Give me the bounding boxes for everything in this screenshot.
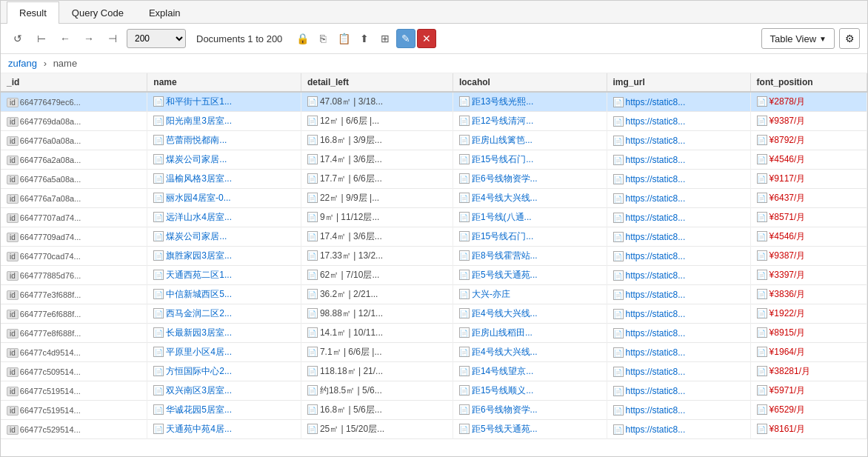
table-row[interactable]: id66477c4d9514...📄平原里小区4居...📄7.1㎡ | 6/6层… [1,343,867,362]
col-font-position[interactable]: font_position [750,73,867,92]
cell-detail: 📄17.4㎡ | 3/6层... [301,227,453,247]
table-row[interactable]: id664776a7a08a...📄丽水园4居室-0...📄22㎡ | 9/9层… [1,189,867,208]
edit-icon[interactable]: ✎ [396,29,415,48]
cell-font-position: 📄¥5971/月 [750,381,867,401]
table-row[interactable]: id664777e8f688f...📄长最新园3居室...📄14.1㎡ | 10… [1,324,867,343]
table-row[interactable]: id6647770cad74...📄旗胜家园3居室...📄17.33㎡ | 13… [1,247,867,266]
doc-icon: 📄 [757,212,767,222]
table-row[interactable]: id664777e3f688f...📄中信新城西区5...📄36.2㎡ | 2/… [1,285,867,304]
doc-icon: 📄 [613,328,624,338]
paste-doc-icon[interactable]: 📋 [334,29,353,48]
refresh-button[interactable]: ↺ [8,29,27,48]
cell-detail: 📄17.7㎡ | 6/6层... [301,170,453,189]
cell-name: 📄平原里小区4居... [147,343,301,362]
doc-icon: 📄 [613,290,624,300]
table-view-button[interactable]: Table View ▼ [761,28,835,49]
doc-icon: 📄 [757,289,767,299]
doc-icon: 📄 [307,135,318,145]
id-badge: id [7,387,19,396]
table-row[interactable]: id664776a0a08a...📄芭蕾雨悦都南...📄16.8㎡ | 3/9层… [1,131,867,150]
settings-button[interactable]: ⚙ [839,28,860,49]
cell-detail: 📄9㎡ | 11/12层... [301,208,453,227]
table-row[interactable]: id66477c519514...📄华诚花园5居室...📄16.8㎡ | 5/6… [1,401,867,420]
col-id[interactable]: _id [1,73,147,92]
table-row[interactable]: id664776479ec6...📄和平街十五区1...📄47.08㎡ | 3/… [1,92,867,112]
doc-icon: 📄 [613,155,624,165]
doc-icon: 📄 [757,366,767,376]
tab-result[interactable]: Result [7,1,59,24]
cell-name: 📄温榆风格3居室... [147,170,301,189]
delete-icon[interactable]: ✕ [417,29,436,48]
cell-locahol: 📄距房山线篱笆... [453,131,607,150]
cell-img-url: 📄https://static8... [607,170,750,189]
cell-locahol: 📄距5号线天通苑... [453,420,607,439]
doc-icon: 📄 [459,96,470,107]
table-row[interactable]: id66477709ad74...📄煤炭公司家居...📄17.4㎡ | 3/6层… [1,227,867,247]
col-img-url[interactable]: img_url [607,73,750,92]
cell-locahol: 📄大兴-亦庄 [453,285,607,304]
doc-icon: 📄 [307,308,318,318]
doc-icon: 📄 [307,424,318,434]
doc-icon: 📄 [153,116,164,126]
filter-icon[interactable]: ⊞ [375,29,395,48]
col-locahol[interactable]: locahol [453,73,607,92]
doc-icon: 📄 [153,308,164,318]
table-row[interactable]: id664777e6f688f...📄西马金润二区2...📄98.88㎡ | 1… [1,304,867,324]
table-row[interactable]: id664776a5a08a...📄温榆风格3居室...📄17.7㎡ | 6/6… [1,170,867,189]
cell-img-url: 📄https://static8... [607,92,750,112]
tab-explain[interactable]: Explain [136,1,193,24]
cell-name: 📄煤炭公司家居... [147,227,301,247]
breadcrumb-collection[interactable]: zufang [8,58,37,69]
cell-name: 📄方恒国际中心2... [147,362,301,381]
doc-icon: 📄 [613,193,624,204]
cell-name: 📄旗胜家园3居室... [147,247,301,266]
col-detail-left[interactable]: detail_left [301,73,453,92]
doc-icon: 📄 [307,212,318,222]
table-row[interactable]: id664777885d76...📄天通西苑二区1...📄62㎡ | 7/10层… [1,266,867,285]
id-badge: id [7,136,19,146]
doc-icon: 📄 [757,347,767,357]
doc-icon: 📄 [153,289,164,299]
export-icon[interactable]: ⬆ [355,29,374,48]
id-badge: id [7,98,19,107]
prev-button[interactable]: ← [56,29,75,48]
cell-name: 📄和平街十五区1... [147,92,301,112]
cell-img-url: 📄https://static8... [607,112,750,131]
cell-name: 📄阳光南里3居室... [147,112,301,131]
limit-select[interactable]: 200 50 100 500 [127,29,186,48]
doc-icon: 📄 [613,116,624,127]
table-row[interactable]: id66477707ad74...📄远洋山水4居室...📄9㎡ | 11/12层… [1,208,867,227]
col-name[interactable]: name [147,73,301,92]
table-row[interactable]: id6647769da08a...📄阳光南里3居室...📄12㎡ | 6/6层 … [1,112,867,131]
cell-img-url: 📄https://static8... [607,189,750,208]
chevron-down-icon: ▼ [819,35,827,43]
doc-icon: 📄 [757,116,767,126]
copy-doc-icon[interactable]: ⎘ [313,29,333,48]
last-button[interactable]: ⊣ [103,29,122,48]
table-row[interactable]: id66477c509514...📄方恒国际中心2...📄118.18㎡ | 2… [1,362,867,381]
next-button[interactable]: → [79,29,99,48]
cell-locahol: 📄距1号线(八通... [453,208,607,227]
doc-icon: 📄 [153,250,164,261]
table-row[interactable]: id66477c529514...📄天通苑中苑4居...📄25㎡ | 15/20… [1,420,867,439]
cell-id: id664776a2a08a... [1,150,147,170]
cell-img-url: 📄https://static8... [607,247,750,266]
doc-icon: 📄 [613,136,624,146]
tab-query-code[interactable]: Query Code [59,1,136,24]
cell-locahol: 📄距房山线稻田... [453,324,607,343]
id-badge: id [7,425,19,435]
lock-icon[interactable]: 🔒 [293,29,312,48]
cell-font-position: 📄¥8571/月 [750,208,867,227]
table-row[interactable]: id664776a2a08a...📄煤炭公司家居...📄17.4㎡ | 3/6层… [1,150,867,170]
doc-icon: 📄 [459,289,470,299]
cell-id: id66477709ad74... [1,227,147,247]
table-row[interactable]: id66477c519514...📄双兴南区3居室...📄约18.5㎡ | 5/… [1,381,867,401]
cell-detail: 📄47.08㎡ | 3/18... [301,92,453,112]
doc-icon: 📄 [459,154,470,164]
cell-name: 📄芭蕾雨悦都南... [147,131,301,150]
doc-icon: 📄 [153,347,164,357]
doc-icon: 📄 [757,173,767,184]
doc-icon: 📄 [459,366,470,376]
doc-icon: 📄 [613,386,624,396]
first-button[interactable]: ⊢ [32,29,51,48]
